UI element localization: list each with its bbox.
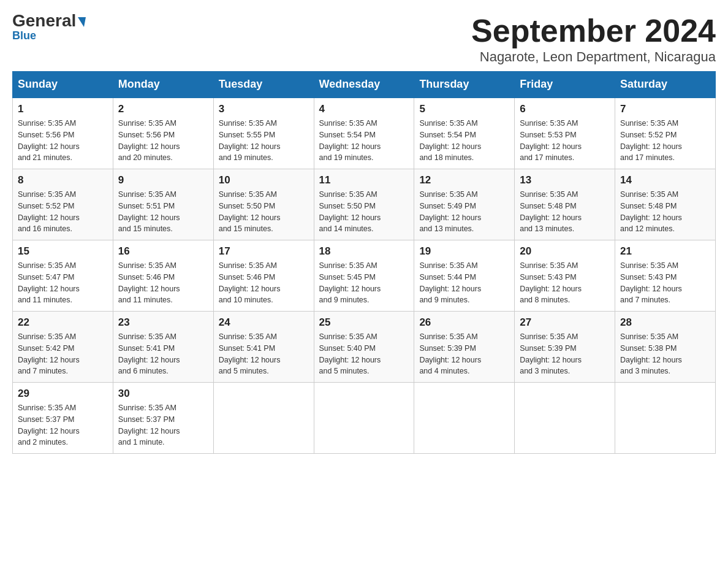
day-header-friday: Friday (515, 72, 615, 98)
day-number: 10 (219, 174, 309, 186)
day-info: Sunrise: 5:35 AMSunset: 5:47 PMDaylight:… (18, 260, 108, 306)
day-number: 7 (620, 103, 710, 115)
logo: General Blue (12, 12, 86, 42)
day-info: Sunrise: 5:35 AMSunset: 5:38 PMDaylight:… (620, 331, 710, 377)
day-number: 15 (18, 245, 108, 258)
calendar-cell (213, 383, 314, 454)
day-info: Sunrise: 5:35 AMSunset: 5:56 PMDaylight:… (18, 118, 108, 164)
day-info: Sunrise: 5:35 AMSunset: 5:37 PMDaylight:… (18, 402, 108, 448)
day-info: Sunrise: 5:35 AMSunset: 5:39 PMDaylight:… (419, 331, 509, 377)
day-info: Sunrise: 5:35 AMSunset: 5:51 PMDaylight:… (118, 189, 208, 235)
calendar-cell: 17Sunrise: 5:35 AMSunset: 5:46 PMDayligh… (213, 240, 314, 312)
day-number: 11 (319, 174, 409, 186)
day-info: Sunrise: 5:35 AMSunset: 5:54 PMDaylight:… (319, 118, 409, 164)
day-number: 12 (419, 174, 509, 186)
calendar-table: SundayMondayTuesdayWednesdayThursdayFrid… (12, 71, 716, 454)
calendar-cell (314, 383, 414, 454)
calendar-cell: 29Sunrise: 5:35 AMSunset: 5:37 PMDayligh… (13, 383, 113, 454)
day-number: 22 (18, 316, 108, 329)
day-number: 9 (118, 174, 208, 186)
day-number: 4 (319, 103, 409, 115)
calendar-cell: 8Sunrise: 5:35 AMSunset: 5:52 PMDaylight… (13, 169, 113, 240)
calendar-week-5: 29Sunrise: 5:35 AMSunset: 5:37 PMDayligh… (13, 383, 716, 454)
day-info: Sunrise: 5:35 AMSunset: 5:49 PMDaylight:… (419, 189, 509, 235)
day-number: 18 (319, 245, 409, 258)
day-info: Sunrise: 5:35 AMSunset: 5:44 PMDaylight:… (419, 260, 509, 306)
calendar-cell: 11Sunrise: 5:35 AMSunset: 5:50 PMDayligh… (314, 169, 414, 240)
calendar-cell: 3Sunrise: 5:35 AMSunset: 5:55 PMDaylight… (213, 98, 314, 169)
day-number: 29 (18, 388, 108, 400)
day-number: 27 (520, 316, 610, 329)
page-title: September 2024 (471, 12, 716, 49)
day-info: Sunrise: 5:35 AMSunset: 5:54 PMDaylight:… (419, 118, 509, 164)
day-info: Sunrise: 5:35 AMSunset: 5:52 PMDaylight:… (18, 189, 108, 235)
page-subtitle: Nagarote, Leon Department, Nicaragua (471, 49, 716, 65)
day-number: 13 (520, 174, 610, 186)
calendar-cell: 9Sunrise: 5:35 AMSunset: 5:51 PMDaylight… (113, 169, 213, 240)
calendar-cell: 25Sunrise: 5:35 AMSunset: 5:40 PMDayligh… (314, 312, 414, 383)
day-info: Sunrise: 5:35 AMSunset: 5:43 PMDaylight:… (520, 260, 610, 306)
calendar-cell (414, 383, 515, 454)
day-number: 16 (118, 245, 208, 258)
day-info: Sunrise: 5:35 AMSunset: 5:45 PMDaylight:… (319, 260, 409, 306)
day-number: 28 (620, 316, 710, 329)
calendar-cell: 4Sunrise: 5:35 AMSunset: 5:54 PMDaylight… (314, 98, 414, 169)
calendar-cell (615, 383, 716, 454)
calendar-week-2: 8Sunrise: 5:35 AMSunset: 5:52 PMDaylight… (13, 169, 716, 240)
day-number: 30 (118, 388, 208, 400)
day-info: Sunrise: 5:35 AMSunset: 5:50 PMDaylight:… (219, 189, 309, 235)
calendar-cell: 28Sunrise: 5:35 AMSunset: 5:38 PMDayligh… (615, 312, 716, 383)
day-number: 14 (620, 174, 710, 186)
calendar-header-row: SundayMondayTuesdayWednesdayThursdayFrid… (13, 72, 716, 98)
day-number: 8 (18, 174, 108, 186)
calendar-cell (515, 383, 615, 454)
calendar-cell: 12Sunrise: 5:35 AMSunset: 5:49 PMDayligh… (414, 169, 515, 240)
calendar-cell: 24Sunrise: 5:35 AMSunset: 5:41 PMDayligh… (213, 312, 314, 383)
day-info: Sunrise: 5:35 AMSunset: 5:42 PMDaylight:… (18, 331, 108, 377)
logo-blue: Blue (12, 29, 36, 42)
logo-text: General (12, 12, 86, 29)
day-number: 2 (118, 103, 208, 115)
day-header-monday: Monday (113, 72, 213, 98)
day-number: 5 (419, 103, 509, 115)
calendar-cell: 18Sunrise: 5:35 AMSunset: 5:45 PMDayligh… (314, 240, 414, 312)
calendar-cell: 27Sunrise: 5:35 AMSunset: 5:39 PMDayligh… (515, 312, 615, 383)
title-block: September 2024 Nagarote, Leon Department… (471, 12, 716, 65)
day-header-sunday: Sunday (13, 72, 113, 98)
calendar-cell: 21Sunrise: 5:35 AMSunset: 5:43 PMDayligh… (615, 240, 716, 312)
calendar-cell: 7Sunrise: 5:35 AMSunset: 5:52 PMDaylight… (615, 98, 716, 169)
day-info: Sunrise: 5:35 AMSunset: 5:41 PMDaylight:… (118, 331, 208, 377)
day-info: Sunrise: 5:35 AMSunset: 5:48 PMDaylight:… (520, 189, 610, 235)
calendar-cell: 26Sunrise: 5:35 AMSunset: 5:39 PMDayligh… (414, 312, 515, 383)
day-info: Sunrise: 5:35 AMSunset: 5:56 PMDaylight:… (118, 118, 208, 164)
day-info: Sunrise: 5:35 AMSunset: 5:53 PMDaylight:… (520, 118, 610, 164)
day-header-tuesday: Tuesday (213, 72, 314, 98)
calendar-cell: 15Sunrise: 5:35 AMSunset: 5:47 PMDayligh… (13, 240, 113, 312)
calendar-cell: 6Sunrise: 5:35 AMSunset: 5:53 PMDaylight… (515, 98, 615, 169)
calendar-cell: 10Sunrise: 5:35 AMSunset: 5:50 PMDayligh… (213, 169, 314, 240)
day-info: Sunrise: 5:35 AMSunset: 5:46 PMDaylight:… (118, 260, 208, 306)
calendar-cell: 23Sunrise: 5:35 AMSunset: 5:41 PMDayligh… (113, 312, 213, 383)
day-number: 3 (219, 103, 309, 115)
calendar-cell: 13Sunrise: 5:35 AMSunset: 5:48 PMDayligh… (515, 169, 615, 240)
day-info: Sunrise: 5:35 AMSunset: 5:40 PMDaylight:… (319, 331, 409, 377)
day-info: Sunrise: 5:35 AMSunset: 5:50 PMDaylight:… (319, 189, 409, 235)
day-info: Sunrise: 5:35 AMSunset: 5:55 PMDaylight:… (219, 118, 309, 164)
calendar-week-4: 22Sunrise: 5:35 AMSunset: 5:42 PMDayligh… (13, 312, 716, 383)
day-info: Sunrise: 5:35 AMSunset: 5:52 PMDaylight:… (620, 118, 710, 164)
calendar-cell: 22Sunrise: 5:35 AMSunset: 5:42 PMDayligh… (13, 312, 113, 383)
day-number: 6 (520, 103, 610, 115)
calendar-week-3: 15Sunrise: 5:35 AMSunset: 5:47 PMDayligh… (13, 240, 716, 312)
day-number: 26 (419, 316, 509, 329)
calendar-cell: 30Sunrise: 5:35 AMSunset: 5:37 PMDayligh… (113, 383, 213, 454)
day-number: 19 (419, 245, 509, 258)
day-number: 23 (118, 316, 208, 329)
day-header-thursday: Thursday (414, 72, 515, 98)
calendar-cell: 5Sunrise: 5:35 AMSunset: 5:54 PMDaylight… (414, 98, 515, 169)
day-number: 24 (219, 316, 309, 329)
day-info: Sunrise: 5:35 AMSunset: 5:41 PMDaylight:… (219, 331, 309, 377)
calendar-cell: 16Sunrise: 5:35 AMSunset: 5:46 PMDayligh… (113, 240, 213, 312)
calendar-cell: 1Sunrise: 5:35 AMSunset: 5:56 PMDaylight… (13, 98, 113, 169)
calendar-cell: 2Sunrise: 5:35 AMSunset: 5:56 PMDaylight… (113, 98, 213, 169)
day-number: 25 (319, 316, 409, 329)
